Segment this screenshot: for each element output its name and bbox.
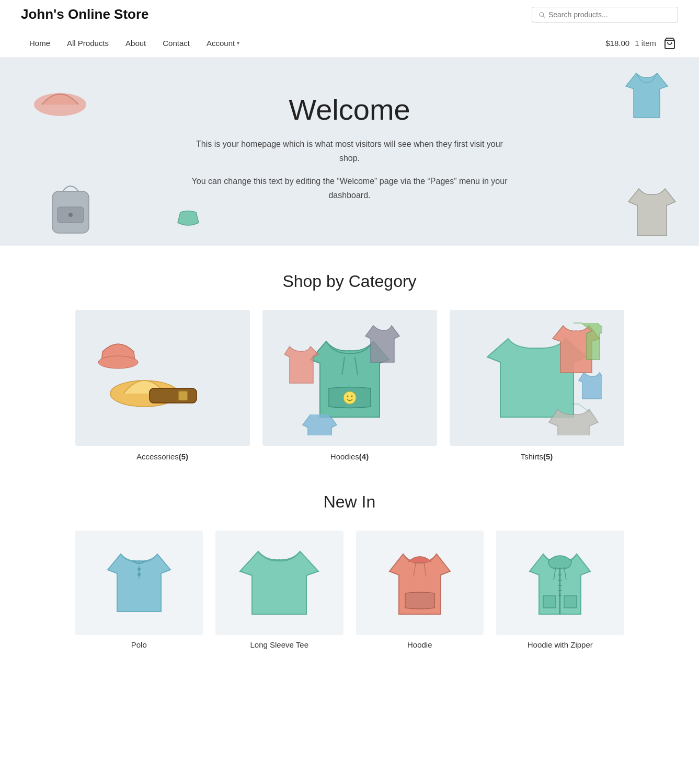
shop-by-category-section: Shop by Category Accessories(5): [0, 246, 699, 487]
deco-backpack-left: [42, 176, 99, 246]
product-hoodie-image: [356, 531, 484, 635]
account-chevron: ▾: [237, 40, 239, 46]
site-header: John's Online Store: [0, 0, 699, 29]
hero-banner: Welcome This is your homepage which is w…: [0, 57, 699, 246]
site-title[interactable]: John's Online Store: [21, 6, 149, 22]
hero-title: Welcome: [188, 93, 512, 126]
nav-all-products[interactable]: All Products: [59, 29, 117, 57]
cart-area[interactable]: $18.00 1 item: [605, 35, 678, 52]
products-grid: Polo Long Sleeve Tee: [75, 531, 624, 649]
hero-content: Welcome This is your homepage which is w…: [177, 61, 522, 242]
nav-about[interactable]: About: [117, 29, 154, 57]
svg-line-1: [543, 16, 545, 17]
svg-point-15: [351, 396, 352, 397]
category-hoodies-image: [262, 310, 437, 446]
hero-text2: You can change this text by editing the …: [188, 174, 512, 202]
product-polo-image: [75, 531, 203, 635]
svg-point-13: [343, 391, 356, 404]
category-tshirts-image: [450, 310, 624, 446]
new-in-title: New In: [21, 492, 678, 512]
svg-rect-8: [150, 388, 197, 403]
cart-total: $18.00: [605, 39, 629, 48]
search-bar[interactable]: [532, 7, 678, 22]
cart-count: 1 item: [635, 39, 656, 48]
category-grid: Accessories(5): [75, 310, 624, 461]
product-hoodie-zipper[interactable]: Hoodie with Zipper: [496, 531, 624, 649]
svg-point-6: [68, 213, 73, 217]
deco-hat-top-left: [31, 73, 89, 122]
category-tshirts-label: Tshirts(5): [450, 452, 624, 461]
category-hoodies-label: Hoodies(4): [262, 452, 437, 461]
product-hoodie[interactable]: Hoodie: [356, 531, 484, 649]
nav-contact[interactable]: Contact: [154, 29, 198, 57]
category-accessories-label: Accessories(5): [75, 452, 250, 461]
svg-point-10: [98, 356, 138, 368]
cart-icon: [663, 37, 676, 50]
svg-point-18: [137, 573, 141, 576]
search-icon: [538, 11, 545, 18]
product-hoodie-zipper-name: Hoodie with Zipper: [496, 640, 624, 649]
category-hoodies[interactable]: Hoodies(4): [262, 310, 437, 461]
product-long-sleeve-tee[interactable]: Long Sleeve Tee: [215, 531, 343, 649]
deco-polo-top-right: [621, 68, 673, 128]
site-nav: Home All Products About Contact Account …: [0, 29, 699, 57]
cart-icon-wrap[interactable]: [661, 35, 678, 52]
product-polo-name: Polo: [75, 640, 203, 649]
category-accessories[interactable]: Accessories(5): [75, 310, 250, 461]
product-long-sleeve-tee-image: [215, 531, 343, 635]
nav-home[interactable]: Home: [21, 29, 59, 57]
nav-links: Home All Products About Contact Account …: [21, 29, 248, 57]
hero-text1: This is your homepage which is what most…: [188, 137, 512, 165]
deco-tshirt-right: [626, 181, 678, 246]
nav-account[interactable]: Account ▾: [198, 29, 248, 57]
new-in-section: New In Polo: [0, 487, 699, 675]
product-hoodie-zipper-image: [496, 531, 624, 635]
category-tshirts[interactable]: Tshirts(5): [450, 310, 624, 461]
search-input[interactable]: [548, 10, 671, 19]
svg-point-0: [540, 12, 544, 16]
product-hoodie-name: Hoodie: [356, 640, 484, 649]
shop-by-category-title: Shop by Category: [21, 272, 678, 291]
product-long-sleeve-tee-name: Long Sleeve Tee: [215, 640, 343, 649]
category-accessories-image: [75, 310, 250, 446]
product-polo[interactable]: Polo: [75, 531, 203, 649]
svg-rect-9: [178, 391, 188, 400]
svg-point-17: [137, 568, 141, 571]
svg-point-14: [347, 396, 348, 397]
